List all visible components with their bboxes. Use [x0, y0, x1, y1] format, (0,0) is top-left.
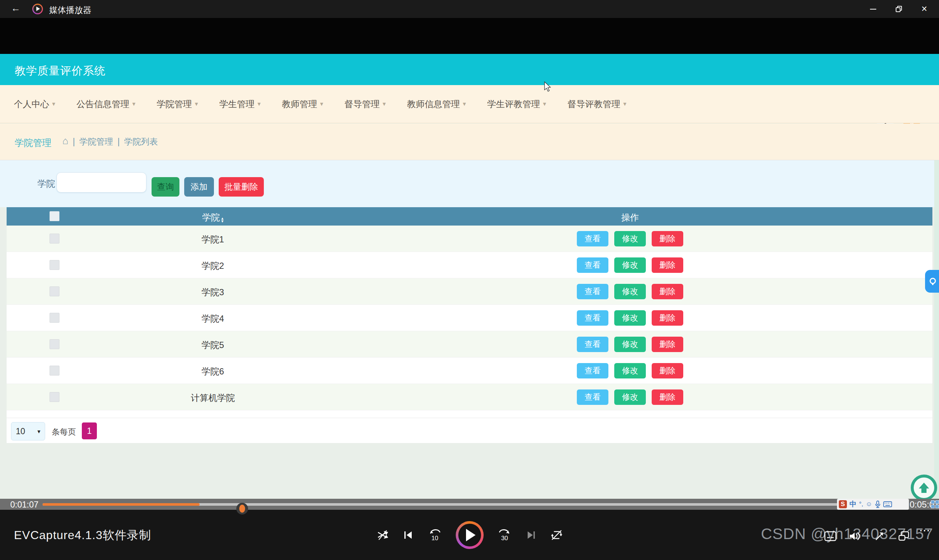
chevron-down-icon: ▾ [133, 100, 136, 108]
college-name: 学院4 [58, 313, 368, 325]
edit-button[interactable]: 修改 [614, 257, 646, 273]
media-player-logo-icon [32, 4, 43, 14]
query-button[interactable]: 查询 [151, 177, 179, 197]
side-widget-tab[interactable] [925, 270, 939, 293]
delete-button[interactable]: 删除 [652, 363, 683, 378]
repeat-off-button[interactable] [550, 529, 563, 541]
current-time: 0:01:07 [10, 500, 39, 510]
view-button[interactable]: 查看 [577, 310, 608, 326]
svg-text:30: 30 [501, 534, 508, 541]
page-section-title[interactable]: 学院管理 [15, 137, 51, 149]
minimize-icon [870, 9, 876, 9]
chevron-down-icon: ▾ [320, 100, 323, 108]
nav-item-supervisor-eval-mgmt[interactable]: 督导评教管理▾ [567, 98, 626, 110]
sort-icon[interactable]: ▴▾ [221, 217, 224, 223]
actions-column-header: 操作 [577, 212, 683, 223]
play-button[interactable] [456, 521, 484, 549]
table-row: 计算机学院 查看修改删除 [6, 384, 933, 410]
college-column-header[interactable]: 学院▴▾ [58, 212, 368, 223]
college-name: 学院3 [58, 286, 368, 298]
delete-button[interactable]: 删除 [652, 310, 683, 326]
view-button[interactable]: 查看 [577, 231, 608, 246]
breadcrumb-current: 学院列表 [124, 136, 158, 148]
edit-button[interactable]: 修改 [614, 231, 646, 246]
seek-thumb[interactable] [236, 503, 248, 514]
seek-bar[interactable] [43, 503, 878, 506]
service-icon [928, 277, 937, 286]
back-to-top-button[interactable] [911, 475, 937, 501]
page-size-select[interactable]: 10 ▾ [11, 422, 45, 440]
table-row: 学院3 查看修改删除 [6, 278, 933, 305]
edit-button[interactable]: 修改 [614, 337, 646, 352]
forward-30-button[interactable]: 30 [497, 528, 512, 543]
fullscreen-icon[interactable] [874, 531, 885, 542]
batch-delete-button[interactable]: 批量删除 [219, 177, 264, 197]
subtitles-icon[interactable] [824, 531, 837, 541]
delete-button[interactable]: 删除 [652, 257, 683, 273]
mini-player-icon[interactable] [898, 531, 910, 541]
punctuation-icon[interactable]: °, [859, 501, 863, 508]
view-button[interactable]: 查看 [577, 363, 608, 378]
table-row: 学院6 查看修改删除 [6, 358, 933, 384]
microphone-icon[interactable] [875, 501, 880, 508]
chinese-mode-icon[interactable]: 中 [850, 500, 856, 509]
emoji-icon[interactable]: ☺ [866, 501, 872, 508]
edit-button[interactable]: 修改 [614, 310, 646, 326]
view-button[interactable]: 查看 [577, 257, 608, 273]
more-options-icon[interactable]: ⋯ [919, 524, 931, 537]
next-track-button[interactable] [526, 529, 537, 541]
edit-button[interactable]: 修改 [614, 284, 646, 299]
sogou-icon[interactable]: S [839, 500, 847, 508]
nav-item-teacher-mgmt[interactable]: 教师管理▾ [282, 98, 323, 110]
chevron-down-icon: ▾ [623, 100, 626, 108]
window-titlebar: ← 媒体播放器 × [0, 0, 939, 18]
nav-item-personal-center[interactable]: 个人中心▾ [14, 98, 56, 110]
add-button[interactable]: 添加 [184, 177, 214, 197]
previous-track-button[interactable] [402, 529, 414, 541]
per-page-label: 条每页 [52, 426, 76, 437]
nav-item-supervisor-mgmt[interactable]: 督导管理▾ [345, 98, 386, 110]
keyboard-icon[interactable] [883, 502, 892, 507]
college-search-input[interactable] [57, 172, 146, 192]
restore-button[interactable] [890, 0, 907, 18]
player-control-bar: EVCapture4.1.3软件录制 10 [0, 510, 939, 560]
scrollbar-track[interactable] [934, 160, 939, 499]
close-button[interactable]: × [916, 0, 933, 18]
mouse-cursor-icon [544, 82, 552, 92]
delete-button[interactable]: 删除 [652, 284, 683, 299]
rewind-10-button[interactable]: 10 [427, 528, 443, 543]
arrow-up-icon [917, 480, 931, 495]
grid-icon[interactable] [931, 500, 939, 508]
chevron-down-icon: ▾ [257, 100, 261, 108]
volume-icon[interactable] [849, 531, 861, 541]
chevron-down-icon: ▾ [52, 100, 56, 108]
delete-button[interactable]: 删除 [652, 389, 683, 405]
view-button[interactable]: 查看 [577, 389, 608, 405]
nav-item-student-eval-mgmt[interactable]: 学生评教管理▾ [487, 98, 546, 110]
nav-item-college-mgmt[interactable]: 学院管理▾ [157, 98, 198, 110]
back-icon[interactable]: ← [11, 3, 20, 14]
view-button[interactable]: 查看 [577, 284, 608, 299]
table-row: 学院1 查看修改删除 [6, 226, 933, 252]
view-button[interactable]: 查看 [577, 337, 608, 352]
college-name: 学院2 [58, 260, 368, 272]
chevron-down-icon: ▾ [463, 100, 466, 108]
edit-button[interactable]: 修改 [614, 389, 646, 405]
shuffle-off-button[interactable] [376, 529, 389, 541]
svg-text:10: 10 [431, 534, 438, 541]
nav-item-announcement-mgmt[interactable]: 公告信息管理▾ [77, 98, 136, 110]
delete-button[interactable]: 删除 [652, 337, 683, 352]
current-page-badge[interactable]: 1 [82, 423, 97, 439]
home-icon[interactable]: ⌂ [62, 135, 68, 147]
nav-item-student-mgmt[interactable]: 学生管理▾ [219, 98, 261, 110]
breadcrumb-college-mgmt[interactable]: 学院管理 [79, 136, 113, 148]
edit-button[interactable]: 修改 [614, 363, 646, 378]
ime-toolbar: S 中 °, ☺ [837, 499, 909, 510]
breadcrumb-separator: | [72, 137, 75, 147]
minimize-button[interactable] [865, 0, 881, 18]
college-name: 学院1 [58, 234, 368, 245]
nav-item-teacher-info-mgmt[interactable]: 教师信息管理▾ [407, 98, 466, 110]
chevron-down-icon: ▾ [37, 428, 40, 435]
delete-button[interactable]: 删除 [652, 231, 683, 246]
video-letterbox [0, 18, 939, 54]
